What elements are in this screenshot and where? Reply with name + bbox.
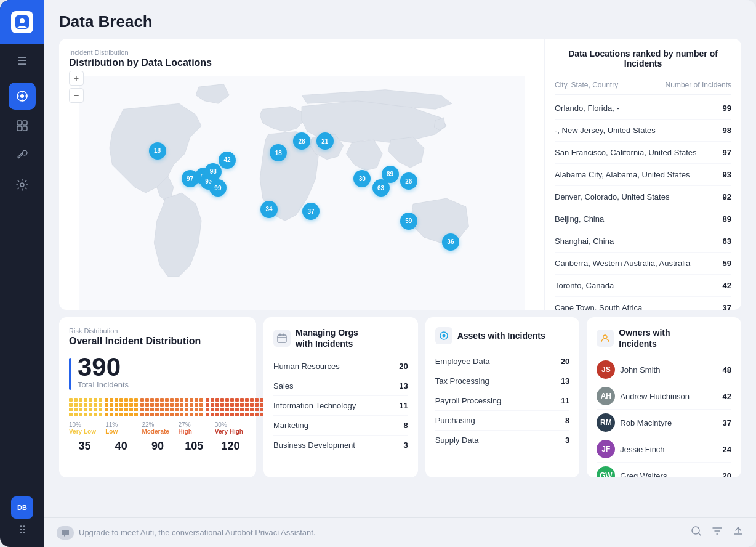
sidebar-item-tools[interactable]: [9, 142, 36, 169]
map-pin[interactable]: 59: [400, 213, 417, 230]
risk-dot: [170, 413, 174, 416]
risk-dot: [99, 408, 102, 411]
risk-pct: 30%: [215, 421, 246, 428]
org-row: Sales13: [273, 376, 408, 396]
risk-dot: [155, 413, 159, 416]
svg-point-3: [20, 94, 24, 98]
risk-dot: [230, 408, 234, 411]
owner-info: JF Jessie Finch: [597, 440, 664, 458]
location-row: Toronto, Canada42: [555, 275, 731, 297]
user-avatar[interactable]: DB: [11, 496, 33, 519]
risk-dot: [220, 413, 224, 416]
risk-dot: [190, 408, 193, 411]
location-count: 98: [723, 126, 731, 135]
risk-dot: [165, 413, 169, 416]
sidebar-item-settings[interactable]: [9, 171, 36, 198]
risk-dot: [230, 403, 234, 407]
map-pin[interactable]: 34: [260, 201, 278, 218]
risk-dot: [220, 403, 224, 407]
dot-column: [105, 398, 138, 416]
risk-dot: [160, 398, 164, 402]
map-pin[interactable]: 37: [302, 203, 320, 220]
map-pin[interactable]: 26: [400, 172, 417, 190]
export-icon[interactable]: [733, 525, 744, 540]
risk-dot: [115, 403, 118, 407]
risk-dot: [110, 408, 113, 411]
org-name: Human Resources: [273, 362, 340, 371]
risk-dot: [150, 398, 154, 402]
risk-dot: [245, 403, 249, 407]
map-pin[interactable]: 42: [219, 152, 236, 169]
risk-dot: [185, 413, 188, 416]
risk-dot: [225, 403, 229, 407]
location-name: Denver, Colorado, United States: [555, 192, 669, 201]
risk-dot: [180, 408, 183, 411]
org-row: Business Development3: [273, 436, 408, 455]
owner-row: AH Andrew Hutchinson 42: [597, 383, 731, 410]
risk-dot: [220, 398, 224, 402]
risk-dot: [84, 413, 87, 416]
sidebar-item-dashboard[interactable]: [9, 112, 36, 139]
risk-dot: [150, 403, 154, 407]
risk-dot: [199, 398, 203, 402]
search-icon[interactable]: [691, 525, 702, 540]
risk-dot: [150, 413, 154, 416]
owner-count: 48: [723, 365, 731, 375]
owner-row: GW Greg Walters 20: [597, 463, 731, 477]
map-pin[interactable]: 99: [209, 179, 227, 197]
risk-title: Overall Incident Distribution: [69, 336, 246, 347]
bottom-icons: [691, 525, 744, 540]
managing-orgs-title: Managing Orgswith Incidents: [296, 327, 358, 349]
risk-numbers: 354090105120: [69, 440, 246, 453]
risk-dot: [129, 403, 133, 407]
zoom-out-button[interactable]: −: [69, 88, 84, 103]
apps-icon[interactable]: ⠿: [18, 524, 26, 537]
risk-dot: [206, 403, 209, 407]
risk-dot: [79, 398, 82, 402]
map-pin[interactable]: 30: [353, 170, 371, 187]
risk-dot: [185, 403, 188, 407]
menu-icon[interactable]: ☰: [0, 44, 44, 78]
risk-dot: [235, 408, 239, 411]
locations-header: City, State, Country Number of Incidents: [555, 76, 731, 95]
risk-dot: [190, 413, 193, 416]
risk-dot: [74, 408, 78, 411]
risk-dot: [255, 398, 259, 402]
location-row: Shanghai, China63: [555, 230, 731, 253]
risk-dot: [84, 398, 87, 402]
risk-card: Risk Distribution Overall Incident Distr…: [59, 317, 256, 477]
map-pin[interactable]: 63: [372, 179, 390, 197]
org-name: Sales: [273, 381, 294, 391]
risk-dot: [145, 413, 149, 416]
map-pin[interactable]: 21: [316, 132, 334, 150]
map-pin[interactable]: 28: [293, 132, 310, 150]
risk-dot: [124, 413, 128, 416]
zoom-in-button[interactable]: +: [69, 71, 84, 86]
chat-bubble-icon: [57, 526, 74, 540]
sidebar-item-home[interactable]: [9, 83, 36, 110]
map-pin[interactable]: 98: [204, 163, 222, 180]
assets-header: Assets with Incidents: [435, 327, 570, 344]
owner-avatar: GW: [597, 466, 615, 477]
map-pin[interactable]: 18: [270, 144, 287, 161]
dot-column: [69, 398, 102, 416]
svg-rect-10: [278, 335, 286, 342]
risk-dot: [134, 403, 138, 407]
location-row: San Francisco, California, United States…: [555, 142, 731, 164]
map-section: Incident Distribution Distribution by Da…: [59, 39, 544, 310]
risk-dot: [250, 403, 254, 407]
risk-count: 105: [179, 440, 210, 453]
asset-row: Employee Data20: [435, 352, 570, 371]
risk-dot: [155, 403, 159, 407]
risk-level-label: 27%High: [179, 421, 210, 435]
location-count: 97: [723, 148, 731, 157]
risk-dot: [145, 403, 149, 407]
bottom-bar: Upgrade to meet Auti, the conversational…: [44, 517, 756, 547]
map-pin[interactable]: 36: [442, 233, 459, 251]
risk-dot: [84, 403, 87, 407]
filter-icon[interactable]: [712, 525, 723, 540]
asset-row: Payroll Processing11: [435, 391, 570, 411]
map-pin[interactable]: 18: [149, 142, 166, 160]
asset-count: 11: [561, 396, 569, 405]
asset-name: Tax Processing: [435, 376, 489, 386]
